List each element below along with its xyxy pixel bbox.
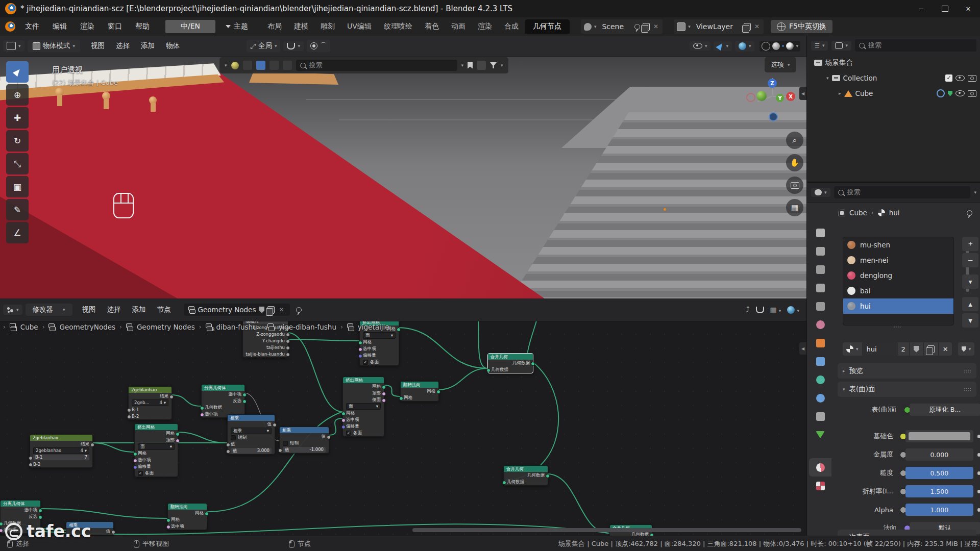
node-socket-row[interactable]: 2geblanhao4 ▾: [30, 447, 92, 454]
socket-dot[interactable]: [382, 398, 386, 403]
socket-dot[interactable]: [650, 533, 654, 536]
material-slot-men-nei[interactable]: men-nei: [843, 253, 953, 268]
view-ball[interactable]: [756, 91, 767, 101]
socket-dot[interactable]: [502, 481, 506, 485]
fake-user-button[interactable]: [910, 342, 923, 356]
outliner-item-label[interactable]: 场景集合: [825, 58, 853, 67]
material-ball-icon[interactable]: [231, 62, 239, 69]
overlays-toggle[interactable]: ▾: [735, 41, 755, 52]
node-socket-row[interactable]: 网格: [401, 394, 438, 401]
bookmark-icon[interactable]: [468, 62, 473, 69]
node-socket-row[interactable]: 结果: [30, 441, 92, 447]
workspace-tab-几何节点[interactable]: 几何节点: [525, 19, 570, 34]
node-socket-row[interactable]: 几何数据: [202, 404, 244, 411]
remove-slot-button[interactable]: −: [962, 253, 978, 267]
select-mode-button-4[interactable]: [283, 61, 292, 70]
node-socket-row[interactable]: 网格: [168, 510, 207, 516]
rotate-tool-button[interactable]: ↻: [6, 130, 29, 152]
display-mode-button[interactable]: [477, 61, 486, 70]
node-socket-row[interactable]: 选中项: [343, 416, 384, 423]
unlink-icon[interactable]: ✕: [278, 306, 285, 313]
breadcrumb-item[interactable]: GeometryNodes: [59, 323, 115, 331]
eye-toggle-icon[interactable]: [955, 75, 965, 81]
pan-hand-icon[interactable]: ✋: [786, 154, 803, 171]
breadcrumb-item[interactable]: diban-fushu: [216, 323, 257, 331]
workspace-tab-建模[interactable]: 建模: [288, 19, 314, 34]
material-slot-list[interactable]: mu-shenmen-neidenglongbaihui: [843, 237, 954, 325]
properties-editor[interactable]: ▾ 搜索 ▾ Cube › hui mu-shenmen-neidenglong…: [807, 183, 980, 536]
maximize-button[interactable]: [933, 0, 957, 17]
node-socket-row[interactable]: ✓各面: [135, 470, 178, 477]
material-slot-name[interactable]: bai: [860, 287, 871, 295]
slot-move-up-button[interactable]: ▲: [962, 297, 978, 311]
animate-dot[interactable]: [977, 490, 980, 493]
pin-icon[interactable]: [296, 307, 302, 313]
add-slot-button[interactable]: ＋: [962, 237, 978, 251]
language-toggle-button[interactable]: 中/EN: [165, 20, 215, 33]
material-slot-name[interactable]: denglong: [860, 271, 892, 280]
socket-dot[interactable]: [0, 529, 3, 533]
node-socket-row[interactable]: B-2: [129, 413, 172, 419]
viewport-menu-物体[interactable]: 物体: [160, 40, 185, 52]
scene-name[interactable]: Scene: [599, 22, 632, 31]
minimize-button[interactable]: ─: [910, 0, 933, 17]
node-merge-1[interactable]: 合并几何几何数据几何数据: [487, 353, 533, 373]
properties-tab-render[interactable]: [809, 242, 831, 260]
prop-widget-糙度[interactable]: 0.500: [905, 467, 973, 479]
node-graph-area[interactable]: 组输入X-zong-kuanduZ-zonggaoduY-changdutaij…: [0, 298, 806, 536]
view-layer-selector[interactable]: ▾ ViewLayer ✕: [674, 19, 764, 34]
socket-dot[interactable]: [382, 392, 386, 396]
node-socket-row[interactable]: 值: [228, 421, 275, 428]
node-socket-row[interactable]: 网格: [360, 339, 399, 345]
pin-icon[interactable]: [967, 210, 972, 216]
camera-view-icon[interactable]: [786, 177, 803, 194]
viewport-menu-选择[interactable]: 选择: [110, 40, 135, 52]
select-tool-button[interactable]: [6, 61, 29, 83]
node-socket-row[interactable]: B-17: [30, 454, 92, 461]
node-socket-row[interactable]: 网格: [135, 430, 178, 437]
node-socket-row[interactable]: 几何数据: [488, 360, 533, 366]
workspace-tab-UV编辑[interactable]: UV编辑: [341, 19, 378, 34]
expand-icon[interactable]: ▾: [826, 76, 829, 81]
mode-selector[interactable]: 物体模式▾: [28, 40, 81, 52]
properties-tab-physics[interactable]: [809, 389, 831, 407]
wireframe-shading-icon[interactable]: [762, 42, 770, 51]
material-slot-denglong[interactable]: denglong: [843, 268, 953, 283]
breadcrumb-material[interactable]: hui: [889, 209, 900, 217]
node-socket-row[interactable]: ✓各面: [360, 359, 399, 365]
menu-编辑[interactable]: 编辑: [46, 20, 74, 33]
link-mode-button[interactable]: ▾: [958, 342, 975, 356]
socket-dot[interactable]: [127, 408, 131, 412]
properties-tab-object[interactable]: [809, 334, 831, 352]
node-socket-row[interactable]: 值3.000: [228, 447, 275, 454]
socket-dot[interactable]: [286, 333, 290, 337]
socket-dot[interactable]: [29, 463, 33, 467]
socket-dot[interactable]: [486, 368, 491, 372]
material-slot-mu-shen[interactable]: mu-shen: [843, 237, 953, 253]
socket-dot[interactable]: [127, 415, 131, 419]
user-count-button[interactable]: 2: [898, 342, 909, 356]
socket-dot[interactable]: [531, 362, 535, 366]
properties-tab-world[interactable]: [809, 315, 831, 334]
properties-tab-texture[interactable]: [809, 477, 831, 495]
material-slot-name[interactable]: hui: [860, 302, 871, 310]
node-extrude-3[interactable]: 挤出网格网格顶部面▾网格选中项偏移量✓各面: [134, 423, 178, 477]
chevron-down-icon[interactable]: ▾: [461, 63, 464, 68]
close-button[interactable]: ✕: [957, 0, 980, 17]
node-tree-name[interactable]: Geometry Nodes: [198, 306, 256, 314]
socket-dot[interactable]: [176, 432, 180, 436]
node-flip-2[interactable]: 翻转法向网格网格选中项: [167, 503, 207, 530]
workspace-tab-渲染[interactable]: 渲染: [472, 19, 498, 34]
prop-widget-折射率(I...[interactable]: 1.500: [905, 485, 973, 497]
node-socket-row[interactable]: taijieshu: [243, 344, 288, 350]
select-mode-button-1[interactable]: [243, 61, 252, 70]
workspace-tab-合成[interactable]: 合成: [498, 19, 525, 34]
node-socket-row[interactable]: 选中项: [360, 345, 399, 352]
camera-toggle-icon[interactable]: [968, 75, 976, 82]
properties-tab-output[interactable]: [809, 260, 831, 279]
proportional-editing-toggle[interactable]: ⌒: [307, 40, 331, 52]
fake-user-shield-icon[interactable]: [259, 307, 264, 313]
color-swatch[interactable]: [909, 432, 970, 440]
theme-menu[interactable]: 主题: [226, 22, 248, 31]
editor-type-button[interactable]: ▾: [3, 40, 24, 52]
